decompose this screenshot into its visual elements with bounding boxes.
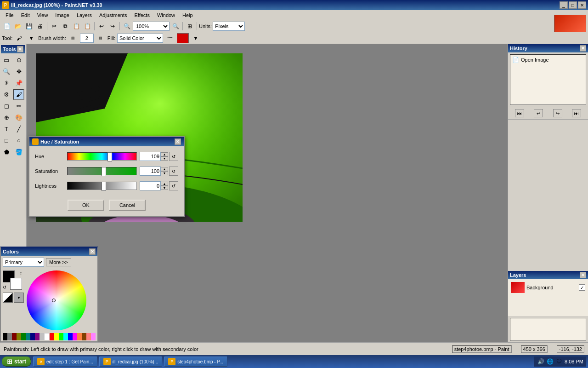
palette-swatch-cyan[interactable]	[63, 333, 68, 340]
history-first-btn[interactable]: ⏮	[515, 109, 524, 117]
tool-magic-wand[interactable]: ✳	[1, 77, 12, 88]
menu-layers[interactable]: Layers	[73, 12, 96, 19]
minimize-button[interactable]: _	[560, 1, 568, 9]
palette-swatch-lime[interactable]	[59, 333, 63, 340]
brush-color-dropdown-btn[interactable]: ▼	[191, 33, 201, 43]
undo-button[interactable]: ↩	[96, 21, 107, 31]
tool-dropdown-btn[interactable]: ▼	[26, 33, 36, 43]
taskbar-item-1[interactable]: P ill_redcar.jpg (100%)...	[99, 356, 163, 367]
lightness-up-btn[interactable]: ▲	[161, 182, 168, 186]
saturation-slider-thumb[interactable]	[102, 167, 106, 176]
saturation-up-btn[interactable]: ▲	[161, 167, 168, 171]
start-button[interactable]: ⊞ start	[2, 356, 31, 367]
print-button[interactable]: 🖨	[35, 21, 45, 31]
hue-up-btn[interactable]: ▲	[161, 152, 168, 156]
palette-swatch-brown[interactable]	[82, 333, 86, 340]
palette-swatch-red[interactable]	[50, 333, 54, 340]
tool-move[interactable]: ✥	[13, 66, 24, 77]
palette-swatch-orange[interactable]	[77, 333, 82, 340]
colors-close-btn[interactable]: ✕	[89, 248, 96, 255]
tool-lasso[interactable]: ⊙	[13, 54, 24, 65]
color-mode-select[interactable]: Primary Secondary	[3, 258, 44, 267]
copy-button[interactable]: ⧉	[60, 21, 70, 31]
palette-swatch-yellow[interactable]	[54, 333, 59, 340]
palette-swatch-magenta[interactable]	[73, 333, 77, 340]
tools-close-icon[interactable]: ✕	[17, 46, 23, 52]
swap-colors-icon[interactable]: ↕	[20, 270, 22, 276]
tool-pencil[interactable]: ✏	[13, 100, 24, 111]
hue-slider-thumb[interactable]	[107, 152, 112, 161]
tool-eraser[interactable]: ◻	[1, 100, 12, 111]
lightness-slider-thumb[interactable]	[102, 182, 106, 191]
tool-fill[interactable]: 🪣	[13, 146, 24, 157]
taskbar-item-0[interactable]: e edit step 1 : Get Pain...	[33, 356, 97, 367]
reset-colors-icon[interactable]: ↺	[3, 285, 6, 290]
lightness-slider-track[interactable]	[67, 182, 137, 190]
units-select[interactable]: Pixels Inches Centimeters	[213, 22, 245, 31]
menu-view[interactable]: View	[34, 12, 52, 19]
zoom-plus-button[interactable]: 🔍	[170, 21, 181, 31]
palette-swatch-black[interactable]	[3, 333, 7, 340]
menu-image[interactable]: Image	[51, 12, 73, 19]
new-button[interactable]: 📄	[2, 21, 12, 31]
saturation-down-btn[interactable]: ▼	[161, 171, 168, 175]
ok-button[interactable]: OK	[68, 200, 104, 211]
maximize-button[interactable]: □	[569, 1, 577, 9]
lightness-value-input[interactable]	[140, 181, 161, 190]
saturation-slider-track[interactable]	[67, 167, 137, 175]
lightness-down-btn[interactable]: ▼	[161, 186, 168, 190]
colors-more-btn[interactable]: More >>	[46, 258, 71, 266]
zoom-select[interactable]: Window 100%	[133, 22, 170, 31]
tool-paintbrush[interactable]: 🖌	[13, 89, 24, 100]
brush-dec-btn[interactable]: ▤	[68, 33, 78, 43]
palette-swatch-navy[interactable]	[30, 333, 35, 340]
taskbar-item-2[interactable]: P step4photoe.bmp - P...	[164, 356, 227, 367]
palette-swatch-silver[interactable]	[40, 333, 44, 340]
secondary-color-box[interactable]	[10, 278, 22, 290]
lightness-reset-btn[interactable]: ↺	[169, 181, 178, 190]
color-wheel[interactable]	[27, 270, 86, 330]
brush-inc-btn[interactable]: ▤	[96, 33, 106, 43]
tool-line[interactable]: ╱	[13, 123, 24, 134]
palette-swatch-salmon[interactable]	[86, 333, 91, 340]
brush-style-btn[interactable]: 〜	[165, 33, 175, 43]
palette-swatch-pink[interactable]	[91, 333, 96, 340]
history-undo-btn[interactable]: ↩	[534, 109, 543, 117]
fill-select[interactable]: Solid Color	[117, 34, 163, 43]
close-button[interactable]: ✕	[578, 1, 586, 9]
palette-swatch-darkgreen[interactable]	[21, 333, 26, 340]
transparency-swatch[interactable]	[3, 293, 13, 303]
menu-file[interactable]: File	[2, 12, 17, 19]
history-redo-btn[interactable]: ↪	[553, 109, 562, 117]
palette-swatch-purple[interactable]	[35, 333, 40, 340]
save-button[interactable]: 💾	[24, 21, 34, 31]
transparency-btn[interactable]: ▼	[14, 293, 24, 303]
tool-text[interactable]: T	[1, 123, 12, 134]
cut-button[interactable]: ✂	[49, 21, 59, 31]
hue-value-input[interactable]	[140, 152, 161, 161]
brush-width-input[interactable]	[80, 34, 94, 43]
brush-color-btn[interactable]	[177, 33, 189, 43]
tool-color-replace[interactable]: ⚙	[1, 89, 12, 100]
hue-reset-btn[interactable]: ↺	[169, 152, 178, 161]
tool-ellipse-shape[interactable]: ○	[13, 135, 24, 146]
layer-visibility-checkbox[interactable]: ✓	[579, 284, 585, 291]
tool-freeform[interactable]: ⬟	[1, 146, 12, 157]
tool-eyedrop[interactable]: 📌	[13, 77, 24, 88]
tool-rect-shape[interactable]: □	[1, 135, 12, 146]
saturation-reset-btn[interactable]: ↺	[169, 167, 178, 176]
zoom-minus-button[interactable]: 🔍	[122, 21, 132, 31]
palette-swatch-blue[interactable]	[68, 333, 73, 340]
saturation-value-input[interactable]	[140, 167, 161, 176]
tool-recolor[interactable]: 🎨	[13, 112, 24, 123]
menu-help[interactable]: Help	[179, 12, 197, 19]
palette-swatch-teal[interactable]	[26, 333, 30, 340]
layers-close-btn[interactable]: ✕	[580, 272, 586, 278]
redo-button[interactable]: ↪	[107, 21, 118, 31]
menu-window[interactable]: Window	[153, 12, 179, 19]
palette-swatch-gray[interactable]	[7, 333, 12, 340]
history-close-btn[interactable]: ✕	[580, 45, 586, 52]
grid-button[interactable]: ⊞	[185, 21, 195, 31]
paste-button[interactable]: 📋	[71, 21, 81, 31]
menu-adjustments[interactable]: Adjustments	[96, 12, 131, 19]
